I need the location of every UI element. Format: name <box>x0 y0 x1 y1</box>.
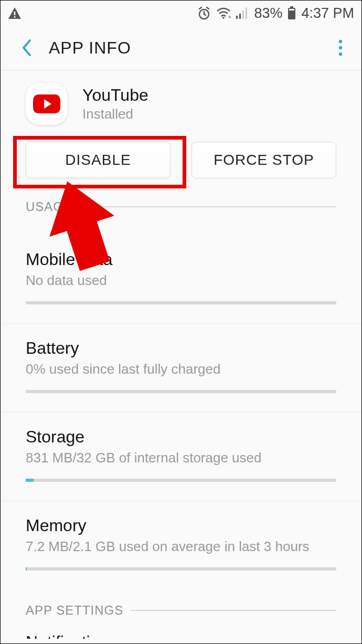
clock-text: 4:37 PM <box>301 5 354 22</box>
svg-rect-0 <box>14 12 16 15</box>
storage-item[interactable]: Storage 831 MB/32 GB of internal storage… <box>1 413 361 501</box>
progress-fill <box>26 567 27 571</box>
section-header-app-settings: APP SETTINGS <box>1 603 361 618</box>
section-label: APP SETTINGS <box>26 603 123 618</box>
app-bar: APP INFO <box>1 26 361 70</box>
battery-percent-text: 83% <box>254 5 282 22</box>
svg-point-3 <box>223 17 225 19</box>
svg-rect-5 <box>236 16 238 19</box>
svg-text:+: + <box>228 14 231 19</box>
status-bar: + 83% 4:37 PM <box>1 1 361 26</box>
section-divider <box>131 610 336 611</box>
progress-bar <box>26 479 336 482</box>
svg-rect-6 <box>239 14 241 19</box>
item-title: Storage <box>26 427 336 447</box>
warning-icon <box>8 7 22 19</box>
progress-bar <box>26 301 336 304</box>
svg-point-12 <box>339 40 342 43</box>
memory-item[interactable]: Memory 7.2 MB/2.1 GB used on average in … <box>1 501 361 589</box>
item-subtitle: 831 MB/32 GB of internal storage used <box>26 450 336 466</box>
item-subtitle: 0% used since last fully charged <box>26 361 336 377</box>
app-header-row: YouTube Installed <box>1 70 361 130</box>
force-stop-button[interactable]: FORCE STOP <box>191 142 336 178</box>
more-menu-button[interactable] <box>330 35 351 61</box>
wifi-icon: + <box>216 7 231 19</box>
notifications-item-partial[interactable]: Notifications <box>1 618 361 639</box>
mobile-data-item[interactable]: Mobile data No data used <box>1 235 361 324</box>
app-install-status: Installed <box>82 106 148 122</box>
alarm-icon <box>197 6 211 20</box>
battery-icon <box>288 6 296 20</box>
svg-rect-8 <box>246 7 247 19</box>
back-button[interactable] <box>16 35 37 61</box>
svg-point-14 <box>339 52 342 56</box>
section-header-usage: USAGE <box>1 199 361 214</box>
item-title: Memory <box>26 516 336 535</box>
page-title: APP INFO <box>49 38 131 58</box>
svg-rect-7 <box>242 10 244 19</box>
progress-bar <box>26 390 336 393</box>
app-name: YouTube <box>82 86 148 105</box>
item-subtitle: 7.2 MB/2.1 GB used on average in last 3 … <box>26 539 336 555</box>
battery-item[interactable]: Battery 0% used since last fully charged <box>1 324 361 413</box>
progress-bar <box>26 567 336 571</box>
svg-rect-1 <box>14 16 16 18</box>
item-title: Battery <box>26 339 336 358</box>
svg-rect-9 <box>290 6 293 8</box>
item-title: Notifications <box>26 632 117 639</box>
section-divider <box>80 206 336 207</box>
svg-point-13 <box>339 46 342 49</box>
item-subtitle: No data used <box>26 272 336 289</box>
action-buttons-row: DISABLE FORCE STOP <box>1 130 361 191</box>
section-label: USAGE <box>26 199 72 214</box>
svg-rect-11 <box>289 9 294 10</box>
signal-icon <box>236 7 249 19</box>
disable-button[interactable]: DISABLE <box>26 142 171 178</box>
youtube-app-icon <box>26 83 68 125</box>
item-title: Mobile data <box>26 250 336 269</box>
progress-fill <box>26 479 34 482</box>
